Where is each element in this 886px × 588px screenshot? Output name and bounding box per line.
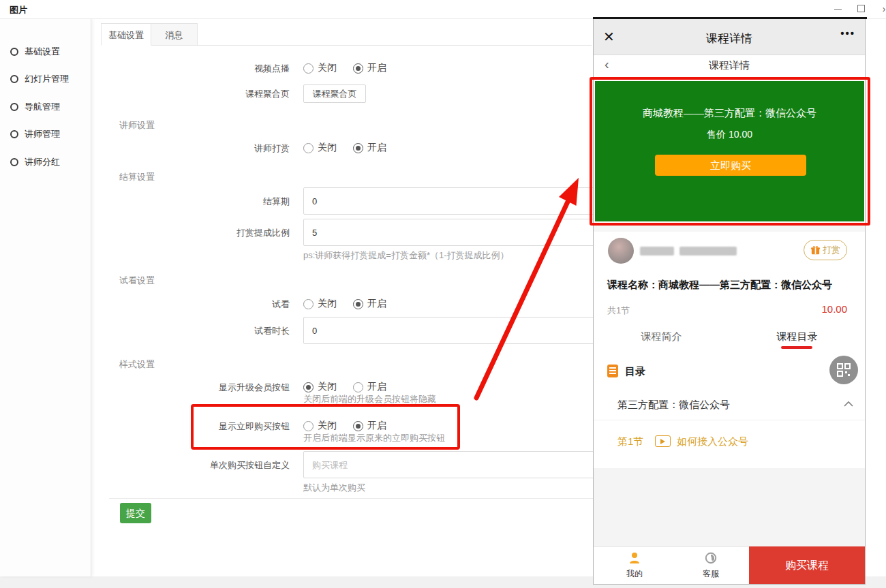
circle-icon [10,48,18,56]
maximize-button[interactable] [852,1,870,16]
field-label-reward-ratio: 打赏提成比例 [92,227,290,239]
submit-button[interactable]: 提交 [120,503,151,523]
reward-button[interactable]: 打赏 [804,240,847,260]
sidebar-item-slides[interactable]: 幻灯片管理 [0,69,91,89]
video-play-icon [655,435,671,447]
radio-label-off[interactable]: 关闭 [318,420,337,432]
field-label-lecturer-reward: 讲师打赏 [92,142,290,155]
radio-trial-off[interactable] [303,299,314,309]
avatar [608,238,634,264]
trial-duration-input[interactable] [303,317,613,344]
catalog-title: 目录 [625,365,645,378]
chapter-title: 第三方配置：微信公众号 [617,399,730,412]
buy-now-button[interactable]: 立即购买 [655,155,806,176]
chevron-right-icon[interactable]: › [875,1,886,16]
field-label-single-buy-custom: 单次购买按钮自定义 [92,459,290,471]
chevron-up-icon[interactable] [843,401,854,407]
radio-lecturer-reward-off[interactable] [303,143,314,153]
radio-show-upgrade-on[interactable] [353,382,363,392]
radio-label-on[interactable]: 开启 [367,62,386,74]
phone-bottom-bar: 我的 客服 购买课程 [594,546,865,583]
field-label-trial-duration: 试看时长 [92,325,290,337]
chapter-row[interactable]: 第三方配置：微信公众号 [594,390,865,420]
navbar-title: 课程详情 [594,59,865,72]
window-title: 图片 [10,4,27,16]
single-buy-custom-input[interactable] [303,451,613,478]
field-label-settle-period: 结算期 [92,196,290,208]
reward-ratio-input[interactable] [303,219,613,246]
radio-trial-on[interactable] [353,299,363,309]
reward-button-label: 打赏 [823,244,840,256]
tabbar-item-service[interactable]: 客服 [690,551,731,580]
person-icon [628,551,641,565]
qr-code-button[interactable] [829,356,858,384]
page-title: 课程详情 [594,31,865,46]
reward-ratio-help: ps:讲师获得打赏提成=打赏金额*（1-打赏提成比例） [303,249,509,262]
tabbar-label-service: 客服 [690,568,731,580]
field-label-aggregate-page: 课程聚合页 [92,88,290,100]
show-buy-help: 开启后前端显示原来的立即购买按钮 [303,432,445,444]
tab-basic-settings[interactable]: 基础设置 [101,23,151,46]
lesson-count: 共1节 [607,305,630,317]
section-title-trial: 试看设置 [119,275,155,287]
sidebar-item-navigation[interactable]: 导航管理 [0,97,91,117]
gift-icon [810,245,821,256]
radio-group-lecturer-reward: 关闭 开启 [303,142,399,154]
radio-label-on[interactable]: 开启 [367,142,386,154]
circle-icon [10,75,18,83]
course-detail-tabs: 课程简介 课程目录 [594,325,865,352]
radio-label-on[interactable]: 开启 [367,420,386,432]
field-label-trial: 试看 [92,298,290,311]
circle-icon [10,130,18,138]
tab-messages[interactable]: 消息 [151,23,198,46]
lesson-row[interactable]: 第1节 如何接入公众号 [594,426,865,460]
lecturer-card: 打赏 [594,232,865,270]
sidebar-item-basic-settings[interactable]: 基础设置 [0,42,91,61]
radio-show-buy-on[interactable] [353,421,363,431]
tabbar-item-mine[interactable]: 我的 [614,551,655,580]
wechat-titlebar: ✕ 课程详情 ••• [594,19,865,55]
catalog-header: 目录 [594,363,865,384]
course-name: 课程名称：商城教程——第三方配置：微信公众号 [607,279,859,292]
radio-group-trial: 关闭 开启 [303,298,399,310]
radio-label-off[interactable]: 关闭 [318,298,337,310]
banner-course-title: 商城教程——第三方配置：微信公众号 [595,107,864,120]
active-tab-underline [781,346,812,349]
section-title-lecturer: 讲师设置 [119,119,155,131]
radio-show-upgrade-off[interactable] [303,382,314,392]
blurred-username [640,247,674,256]
course-banner: 商城教程——第三方配置：微信公众号 售价 10.00 立即购买 [595,81,864,221]
radio-label-off[interactable]: 关闭 [318,381,337,393]
buy-course-button[interactable]: 购买课程 [749,546,865,584]
lesson-index: 第1节 [617,435,643,448]
radio-group-show-buy: 关闭 开启 [303,420,399,432]
radio-label-off[interactable]: 关闭 [318,142,337,154]
section-gap [594,223,865,232]
settle-period-input[interactable] [303,187,613,215]
tab-course-catalog[interactable]: 课程目录 [729,330,865,343]
more-icon[interactable]: ••• [840,27,855,39]
radio-show-buy-off[interactable] [303,421,314,431]
radio-label-on[interactable]: 开启 [367,381,386,393]
sidebar-item-lecturer[interactable]: 讲师管理 [0,125,91,144]
tab-course-intro[interactable]: 课程简介 [594,330,729,343]
radio-label-off[interactable]: 关闭 [318,62,337,74]
window-header: 图片 › [0,0,886,19]
radio-lecturer-reward-on[interactable] [353,143,363,153]
tabbar-label-mine: 我的 [614,568,655,580]
field-label-show-buy: 显示立即购买按钮 [92,420,290,433]
banner-price: 售价 10.00 [595,129,864,141]
radio-label-on[interactable]: 开启 [367,298,386,310]
aggregate-page-button[interactable]: 课程聚合页 [303,84,366,103]
radio-group-show-upgrade: 关闭 开启 [303,381,399,393]
form-divider [109,498,613,499]
course-price: 10.00 [821,303,847,315]
radio-video-vod-on[interactable] [353,63,363,74]
show-upgrade-help: 关闭后前端的升级会员按钮将隐藏 [303,393,436,405]
headset-icon [704,551,718,565]
field-label-show-upgrade: 显示升级会员按钮 [92,382,290,394]
section-title-settlement: 结算设置 [119,171,155,183]
sidebar-item-lecturer-dividend[interactable]: 讲师分红 [0,153,91,172]
minimize-button[interactable] [829,1,846,16]
radio-video-vod-off[interactable] [303,63,314,74]
